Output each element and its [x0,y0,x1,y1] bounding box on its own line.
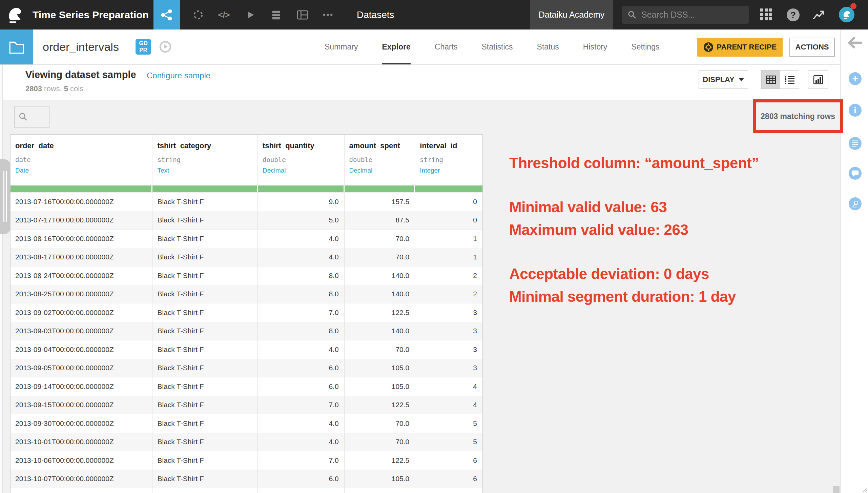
trend-metrics-icon[interactable] [812,9,825,22]
table-cell[interactable]: 157.5 [345,193,415,211]
table-cell[interactable]: 2 [415,285,482,303]
table-cell[interactable]: 6.0 [258,470,345,488]
table-cell[interactable]: 2013-08-16T00:00:00.000000Z [11,230,152,248]
scrollbar-thumb[interactable] [833,486,840,493]
table-cell[interactable]: 6 [415,451,482,470]
column-header-order_date[interactable]: order_datedateDate [11,135,152,185]
lab-nav-icon[interactable] [190,0,207,29]
table-cell[interactable]: 1 [415,248,482,267]
table-cell[interactable]: 4.0 [258,414,345,433]
table-cell[interactable]: 2013-09-05T00:00:00.000000Z [11,359,152,377]
table-cell[interactable]: 70.0 [345,230,415,248]
table-cell[interactable]: Black T-Shirt F [152,396,258,414]
add-panel-icon[interactable]: + [849,72,862,85]
table-cell[interactable]: 105.0 [345,470,415,488]
more-nav-icon[interactable]: ••• [320,0,337,29]
collapse-panel-arrow-icon[interactable] [847,36,863,49]
table-cell[interactable]: 7 [415,488,482,493]
table-cell[interactable]: 2013-10-14T00:00:00.000000Z [11,488,152,493]
table-cell[interactable]: 2013-09-02T00:00:00.000000Z [11,303,152,322]
quick-chart-button[interactable] [808,70,828,89]
flow-nav-tile[interactable] [153,0,180,29]
tab-settings[interactable]: Settings [631,29,659,64]
tab-summary[interactable]: Summary [325,29,358,64]
table-cell[interactable]: 1 [415,230,482,248]
table-cell[interactable]: 3 [415,322,482,340]
table-cell[interactable]: 3 [415,303,482,322]
table-cell[interactable]: 2 [415,267,482,285]
code-notebooks-nav-icon[interactable]: </> [215,0,232,29]
user-avatar[interactable] [839,7,854,22]
table-cell[interactable]: 4 [415,396,482,414]
table-cell[interactable]: 87.5 [345,211,415,230]
table-cell[interactable]: 5 [415,433,482,451]
configure-sample-link[interactable]: Configure sample [147,71,210,80]
table-cell[interactable]: 8.0 [258,267,345,285]
dataset-type-tile[interactable] [0,29,33,64]
table-cell[interactable]: 9.0 [258,193,345,211]
apps-grid-icon[interactable] [760,8,773,21]
dashboard-nav-icon[interactable] [294,0,311,29]
table-cell[interactable]: 105.0 [345,488,415,493]
table-cell[interactable]: 6.0 [258,377,345,396]
tab-history[interactable]: History [583,29,607,64]
column-meaning-link[interactable]: Decimal [263,167,344,174]
actions-button[interactable]: ACTIONS [789,38,835,57]
table-cell[interactable]: 3 [415,359,482,377]
table-cell[interactable]: 6 [415,470,482,488]
global-search-input[interactable] [641,10,740,20]
column-header-interval_id[interactable]: interval_idstringInteger [415,135,482,185]
table-cell[interactable]: 8.0 [258,322,345,340]
dataiku-academy-button[interactable]: Dataiku Academy [530,0,613,29]
table-cell[interactable]: 6.0 [258,359,345,377]
table-view-button[interactable] [762,71,780,88]
table-cell[interactable]: 122.5 [345,396,415,414]
tab-explore[interactable]: Explore [382,29,410,64]
jobs-nav-icon[interactable] [268,0,285,29]
navigate-flow-icon[interactable] [159,40,172,54]
info-panel-icon[interactable]: i [849,104,862,117]
parent-recipe-button[interactable]: PARENT RECIPE [697,38,783,57]
tab-status[interactable]: Status [537,29,559,64]
table-cell[interactable]: 4 [415,377,482,396]
table-cell[interactable]: 4.0 [258,340,345,359]
table-cell[interactable]: Black T-Shirt F [152,414,258,433]
schema-panel-icon[interactable] [849,137,862,150]
table-cell[interactable]: 2013-10-01T00:00:00.000000Z [11,433,152,451]
project-title[interactable]: Time Series Preparation [33,0,149,29]
table-cell[interactable]: Black T-Shirt F [152,248,258,267]
table-cell[interactable]: 2013-09-14T00:00:00.000000Z [11,377,152,396]
table-cell[interactable]: 105.0 [345,377,415,396]
comments-panel-icon[interactable] [849,167,862,180]
table-cell[interactable]: 70.0 [345,340,415,359]
table-cell[interactable]: 70.0 [345,414,415,433]
table-cell[interactable]: 2013-07-16T00:00:00.000000Z [11,193,152,211]
table-cell[interactable]: 2013-07-17T00:00:00.000000Z [11,211,152,230]
table-cell[interactable]: 2013-10-06T00:00:00.000000Z [11,451,152,470]
table-cell[interactable]: Black T-Shirt F [152,285,258,303]
table-cell[interactable]: 122.5 [345,303,415,322]
table-cell[interactable]: 122.5 [345,451,415,470]
table-cell[interactable]: 140.0 [345,285,415,303]
table-cell[interactable]: 5 [415,414,482,433]
help-icon[interactable]: ? [787,8,800,21]
table-cell[interactable]: 7.0 [258,396,345,414]
list-view-button[interactable] [780,71,799,88]
table-cell[interactable]: 4.0 [258,230,345,248]
table-cell[interactable]: 3 [415,340,482,359]
scenarios-nav-icon[interactable] [242,0,259,29]
column-header-tshirt_category[interactable]: tshirt_categorystringText [152,135,258,185]
column-meaning-link[interactable]: Text [157,167,257,174]
table-cell[interactable]: 8.0 [258,285,345,303]
table-cell[interactable]: 5.0 [258,211,345,230]
table-cell[interactable]: Black T-Shirt F [152,193,258,211]
display-dropdown-button[interactable]: DISPLAY [699,70,748,89]
table-cell[interactable]: Black T-Shirt F [152,211,258,230]
table-cell[interactable]: 2013-08-24T00:00:00.000000Z [11,267,152,285]
table-cell[interactable]: Black T-Shirt F [152,433,258,451]
dataiku-logo-icon[interactable] [6,5,24,24]
gdpr-badge[interactable]: GD PR [136,39,151,55]
table-cell[interactable]: Black T-Shirt F [152,470,258,488]
table-cell[interactable]: 4.0 [258,248,345,267]
lab-panel-icon[interactable] [849,197,862,210]
